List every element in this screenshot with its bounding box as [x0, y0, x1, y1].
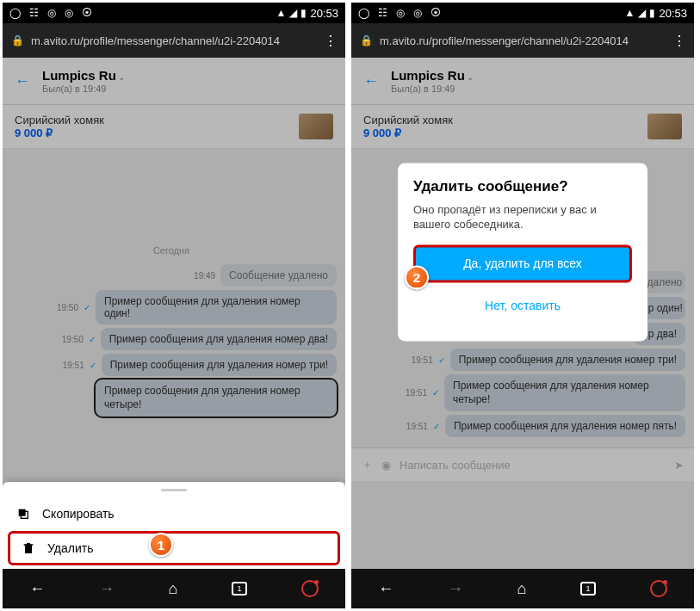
copy-icon [16, 507, 30, 521]
clock: 20:53 [659, 7, 687, 20]
calendar-icon: ☷ [29, 7, 39, 19]
app-icon-2: ◎ [413, 7, 422, 19]
chat-area: ← Lumpics Ru⌄ Был(а) в 19:49 Сирийский х… [351, 58, 694, 569]
app-icon: ◎ [47, 7, 56, 19]
nav-home-icon[interactable]: ⌂ [169, 580, 178, 598]
chat-area: ← Lumpics Ru⌄ Был(а) в 19:49 Сирийский х… [3, 58, 345, 569]
browser-navbar: ← → ⌂ 1 [351, 569, 694, 608]
nav-forward-icon[interactable]: → [99, 580, 115, 598]
url-text: m.avito.ru/profile/messenger/channel/u2i… [31, 34, 317, 47]
sheet-copy[interactable]: Скопировать [3, 497, 345, 531]
action-sheet: Скопировать Удалить [3, 482, 345, 569]
lock-icon: 🔒 [11, 34, 24, 46]
url-bar[interactable]: 🔒 m.avito.ru/profile/messenger/channel/u… [351, 23, 694, 58]
opera-icon: ◯ [358, 7, 369, 19]
battery-icon: ▮ [649, 7, 655, 19]
trash-icon [22, 541, 35, 555]
app-icon-2: ◎ [65, 7, 73, 19]
nav-home-icon[interactable]: ⌂ [517, 580, 527, 598]
dialog-body: Оно пропадёт из переписки у вас и вашего… [413, 202, 632, 232]
svg-rect-1 [19, 509, 26, 516]
nav-opera-icon[interactable] [650, 580, 667, 597]
wifi-icon: ▲ [276, 7, 287, 19]
phone-right: ◯ ☷ ◎ ◎ ⦿ ▲ ◢ ▮ 20:53 🔒 m.avito.ru/profi… [351, 3, 694, 608]
step-badge-1: 1 [149, 533, 173, 557]
shazam-icon: ⦿ [82, 7, 92, 19]
nav-back-icon[interactable]: ← [29, 580, 45, 598]
nav-tabs[interactable]: 1 [232, 582, 247, 596]
wifi-icon: ▲ [625, 7, 635, 19]
menu-icon[interactable]: ⋮ [324, 33, 337, 49]
shazam-icon: ⦿ [431, 7, 441, 19]
phone-left: ◯ ☷ ◎ ◎ ⦿ ▲ ◢ ▮ 20:53 🔒 m.avito.ru/profi… [3, 3, 345, 608]
clock: 20:53 [310, 7, 338, 20]
status-bar: ◯ ☷ ◎ ◎ ⦿ ▲ ◢ ▮ 20:53 [3, 3, 345, 23]
lock-icon: 🔒 [360, 34, 373, 46]
delete-dialog: Удалить сообщение? Оно пропадёт из переп… [398, 163, 647, 341]
sheet-delete-label: Удалить [47, 541, 93, 555]
dialog-title: Удалить сообщение? [413, 178, 632, 195]
signal-icon: ◢ [638, 7, 646, 19]
sheet-delete[interactable]: Удалить [8, 531, 340, 565]
url-text: m.avito.ru/profile/messenger/channel/u2i… [380, 34, 666, 47]
url-bar[interactable]: 🔒 m.avito.ru/profile/messenger/channel/u… [3, 23, 345, 58]
browser-navbar: ← → ⌂ 1 [3, 569, 345, 608]
app-icon: ◎ [396, 7, 405, 19]
step-badge-2: 2 [405, 265, 429, 289]
nav-opera-icon[interactable] [301, 580, 319, 597]
nav-tabs[interactable]: 1 [580, 582, 596, 596]
nav-forward-icon[interactable]: → [448, 580, 463, 598]
dialog-cancel-button[interactable]: Нет, оставить [413, 289, 632, 322]
dialog-confirm-button[interactable]: Да, удалить для всех [413, 244, 632, 282]
calendar-icon: ☷ [378, 7, 387, 19]
sheet-handle[interactable] [161, 489, 187, 491]
menu-icon[interactable]: ⋮ [672, 33, 685, 49]
signal-icon: ◢ [289, 7, 297, 19]
opera-icon: ◯ [9, 7, 21, 19]
sheet-copy-label: Скопировать [42, 507, 115, 521]
status-bar: ◯ ☷ ◎ ◎ ⦿ ▲ ◢ ▮ 20:53 [351, 3, 694, 23]
battery-icon: ▮ [300, 7, 307, 19]
nav-back-icon[interactable]: ← [378, 580, 393, 598]
